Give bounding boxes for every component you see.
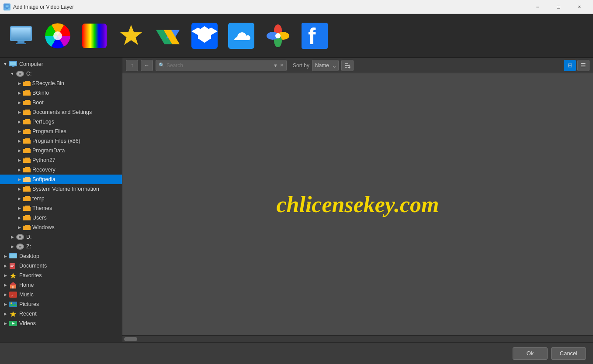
tree-item-recovery[interactable]: ▶ Recovery	[0, 165, 122, 175]
toolbar-dropbox-button[interactable]	[187, 16, 222, 55]
tree-item-label: Documents and Settings	[32, 109, 92, 115]
svg-rect-29	[12, 66, 14, 67]
maximize-button[interactable]: □	[548, 0, 569, 14]
folder-icon	[23, 176, 31, 182]
tree-item-favorites[interactable]: ▶ Favorites	[0, 271, 122, 280]
toolbar-photos-button[interactable]	[260, 16, 295, 55]
toolbar-googledrive-button[interactable]	[150, 16, 185, 55]
desktop-icon	[9, 253, 17, 260]
sort-order-button[interactable]	[341, 60, 354, 71]
chevron-icon: ▶	[16, 147, 23, 154]
tree-item-softpedia[interactable]: ▶ Softpedia	[0, 175, 122, 184]
folder-icon	[23, 128, 31, 134]
chevron-icon: ▶	[16, 89, 23, 96]
tree-item-computer[interactable]: ▼ Computer	[0, 59, 122, 69]
ok-button[interactable]: Ok	[513, 347, 548, 360]
tree-item-desktop[interactable]: ▶ Desktop	[0, 251, 122, 261]
tree-item-bginfo[interactable]: ▶ BGinfo	[0, 88, 122, 98]
music-icon: ♪	[9, 291, 17, 298]
folder-icon	[23, 215, 31, 221]
search-dismiss-button[interactable]: ✕	[280, 62, 284, 68]
tree-item-windows[interactable]: ▶ Windows	[0, 223, 122, 232]
color-wheel-icon	[45, 23, 70, 48]
tree-item-sysvolinfo[interactable]: ▶ System Volume Information	[0, 184, 122, 194]
tree-item-temp[interactable]: ▶ temp	[0, 194, 122, 203]
folder-icon	[23, 90, 31, 96]
tree-item-users[interactable]: ▶ Users	[0, 213, 122, 223]
navigate-back-button[interactable]: ←	[141, 60, 153, 71]
watermark-text: chlicensekey.com	[276, 192, 439, 217]
list-view-button[interactable]: ☰	[577, 60, 590, 71]
documents-icon	[9, 262, 17, 269]
tree-item-music[interactable]: ▶ ♪ Music	[0, 290, 122, 299]
tree-item-label: Home	[19, 282, 34, 288]
chevron-icon: ▶	[16, 128, 23, 135]
tree-item-label: Themes	[32, 205, 52, 211]
svg-rect-50	[12, 286, 14, 288]
svg-rect-1	[6, 8, 8, 9]
tree-item-python27[interactable]: ▶ Python27	[0, 155, 122, 165]
tree-item-boot[interactable]: ▶ Boot	[0, 98, 122, 107]
scroll-thumb[interactable]	[124, 337, 137, 341]
tree-item-c[interactable]: ▼ C:	[0, 69, 122, 79]
toolbar-colorwheel-button[interactable]	[40, 16, 75, 55]
horizontal-scrollbar[interactable]	[122, 335, 593, 342]
tree-item-z[interactable]: ▶ Z:	[0, 242, 122, 251]
grid-view-button[interactable]: ⊞	[564, 60, 576, 71]
chevron-icon: ▶	[2, 272, 9, 279]
file-tree-sidebar: ▼ Computer ▼ C: ▶ $Recyc	[0, 58, 122, 342]
monitor-icon	[8, 23, 34, 49]
search-icon: 🔍	[159, 62, 165, 68]
close-button[interactable]: ×	[569, 0, 590, 14]
tree-item-programdata[interactable]: ▶ ProgramData	[0, 146, 122, 155]
svg-rect-28	[10, 62, 16, 65]
toolbar-star-button[interactable]	[114, 16, 149, 55]
tree-item-home[interactable]: ▶ Home	[0, 280, 122, 290]
chevron-icon: ▶	[9, 243, 16, 250]
tree-item-d[interactable]: ▶ D D:	[0, 232, 122, 242]
tree-item-programfiles[interactable]: ▶ Program Files	[0, 127, 122, 136]
tree-item-recent[interactable]: ▶ Recent	[0, 309, 122, 319]
svg-marker-56	[10, 311, 16, 317]
tree-item-label: Desktop	[19, 253, 39, 259]
tree-item-recycle[interactable]: ▶ $Recycle.Bin	[0, 79, 122, 88]
svg-rect-51	[9, 292, 17, 298]
dropbox-icon	[191, 23, 218, 49]
tree-item-docsettings[interactable]: ▶ Documents and Settings	[0, 107, 122, 117]
tree-item-themes[interactable]: ▶ Themes	[0, 203, 122, 213]
tree-item-videos[interactable]: ▶ Videos	[0, 319, 122, 328]
sort-select[interactable]: Name Date Size Type	[312, 60, 339, 71]
minimize-button[interactable]: −	[527, 0, 548, 14]
tree-item-label: System Volume Information	[32, 186, 99, 192]
sort-by-label: Sort by	[293, 62, 309, 69]
svg-rect-46	[10, 266, 13, 267]
toolbar-cloud-button[interactable]	[224, 16, 259, 55]
svg-rect-44	[10, 264, 14, 264]
cancel-button[interactable]: Cancel	[551, 347, 586, 360]
search-clear-button[interactable]: ▼	[273, 63, 278, 68]
chevron-icon: ▶	[2, 301, 9, 308]
chevron-icon: ▶	[16, 109, 23, 116]
search-input[interactable]	[166, 62, 271, 69]
chevron-icon: ▶	[16, 205, 23, 212]
tree-item-label: Z:	[26, 244, 31, 250]
tree-item-programfilesx86[interactable]: ▶ Program Files (x86)	[0, 136, 122, 146]
chevron-icon: ▶	[2, 291, 9, 298]
toolbar-facebook-button[interactable]: f	[297, 16, 332, 55]
tree-item-documents[interactable]: ▶ Documents	[0, 261, 122, 271]
tree-item-pictures[interactable]: ▶ Pictures	[0, 299, 122, 309]
svg-marker-47	[10, 273, 16, 278]
folder-icon	[23, 148, 31, 154]
search-box: 🔍 ▼ ✕	[156, 60, 287, 71]
tree-item-label: ProgramData	[32, 148, 65, 154]
toolbar-rainbow-button[interactable]	[77, 16, 112, 55]
tree-item-label: Boot	[32, 100, 44, 106]
tree-item-perflogs[interactable]: ▶ PerfLogs	[0, 117, 122, 127]
title-bar: Add Image or Video Layer − □ ×	[0, 0, 593, 14]
cloud-icon	[228, 23, 254, 49]
navigate-up-button[interactable]: ↑	[126, 60, 138, 71]
computer-icon	[9, 61, 17, 68]
svg-rect-5	[11, 27, 31, 40]
toolbar-monitor-button[interactable]	[3, 16, 38, 55]
svg-marker-11	[120, 25, 142, 45]
